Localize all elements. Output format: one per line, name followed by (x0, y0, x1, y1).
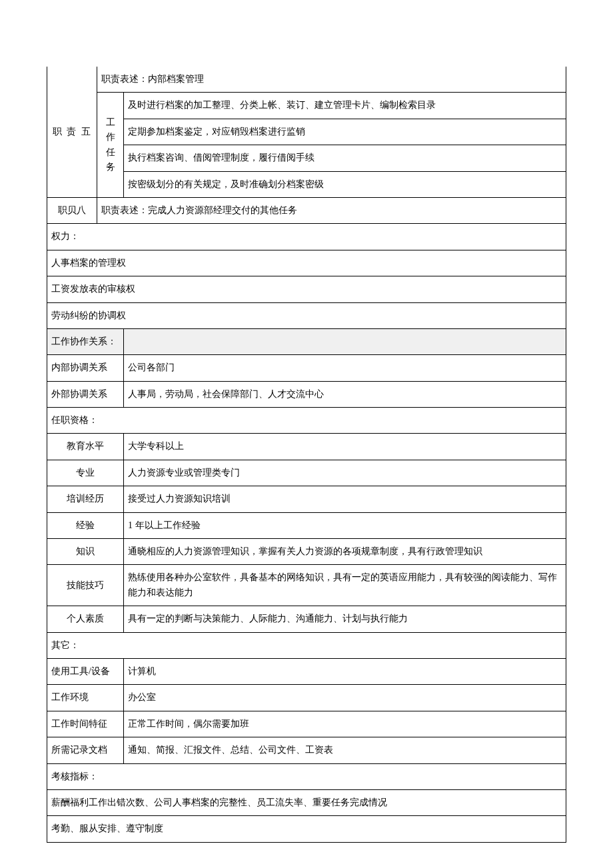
duty5-task-row-2: 执行档案咨询、借阅管理制度，履行借阅手续 (47, 145, 566, 171)
assess-line-row-1: 考勤、服从安排、遵守制度 (47, 816, 566, 842)
qual-row-1: 专业 人力资源专业或管理类专门 (47, 460, 566, 486)
other-k-0: 使用工具/设备 (47, 658, 124, 684)
qual-k-5: 技能技巧 (47, 565, 124, 606)
coop-header: 工作协作关系： (47, 329, 124, 355)
duty5-task-row-3: 按密级划分的有关规定，及时准确划分档案密级 (47, 171, 566, 197)
other-header-row: 其它： (47, 632, 566, 658)
other-k-3: 所需记录文档 (47, 737, 124, 763)
qual-v-1: 人力资源专业或管理类专门 (124, 460, 566, 486)
qual-k-6: 个人素质 (47, 606, 124, 632)
power-header: 权力： (47, 224, 566, 250)
other-row-0: 使用工具/设备 计算机 (47, 658, 566, 684)
other-k-2: 工作时间特征 (47, 711, 124, 737)
power-item-0: 人事档案的管理权 (47, 250, 566, 276)
duty8-label: 职贝八 (47, 197, 97, 223)
qual-row-4: 知识 通晓相应的人力资源管理知识，掌握有关人力资源的各项规章制度，具有行政管理知… (47, 539, 566, 565)
power-item-row-2: 劳动纠纷的协调权 (47, 302, 566, 328)
other-v-0: 计算机 (124, 658, 566, 684)
qual-v-0: 大学专科以上 (124, 434, 566, 460)
coop-external-row: 外部协调关系 人事局，劳动局，社会保障部门、人才交流中心 (47, 381, 566, 407)
duty5-task-1: 定期参加档案鉴定，对应销毁档案进行监销 (124, 119, 566, 145)
coop-table: 工作协作关系： 内部协调关系 公司各部门 外部协调关系 人事局，劳动局，社会保障… (47, 329, 566, 843)
qual-row-3: 经验 1 年以上工作经验 (47, 512, 566, 538)
other-v-3: 通知、简报、汇报文件、总结、公司文件、工资表 (124, 737, 566, 763)
other-v-1: 办公室 (124, 685, 566, 711)
duty5-task-row-0: 工作任务 及时进行档案的加工整理、分类上帐、装订、建立管理卡片、编制检索目录 (47, 93, 566, 119)
duty5-task-3: 按密级划分的有关规定，及时准确划分档案密级 (124, 171, 566, 197)
qual-row-6: 个人素质 具有一定的判断与决策能力、人际能力、沟通能力、计划与执行能力 (47, 606, 566, 632)
duty5-desc-row: 职 责 五 职责表述：内部档案管理 (47, 67, 566, 93)
qual-v-4: 通晓相应的人力资源管理知识，掌握有关人力资源的各项规章制度，具有行政管理知识 (124, 539, 566, 565)
assess-header: 考核指标： (47, 763, 566, 789)
other-v-2: 正常工作时间，偶尔需要加班 (124, 711, 566, 737)
coop-internal-value: 公司各部门 (124, 355, 566, 381)
power-item-row-0: 人事档案的管理权 (47, 250, 566, 276)
duty5-task-0: 及时进行档案的加工整理、分类上帐、装订、建立管理卡片、编制检索目录 (124, 93, 566, 119)
coop-header-row: 工作协作关系： (47, 329, 566, 355)
qual-k-4: 知识 (47, 539, 124, 565)
qual-row-2: 培训经历 接受过人力资源知识培训 (47, 486, 566, 512)
duty5-label: 职 责 五 (47, 67, 97, 197)
coop-internal-row: 内部协调关系 公司各部门 (47, 355, 566, 381)
qual-k-0: 教育水平 (47, 434, 124, 460)
coop-external-label: 外部协调关系 (47, 381, 124, 407)
qual-k-3: 经验 (47, 512, 124, 538)
assess-line-1: 考勤、服从安排、遵守制度 (47, 816, 566, 842)
duty5-desc: 职责表述：内部档案管理 (97, 67, 566, 93)
qual-k-2: 培训经历 (47, 486, 124, 512)
power-header-row: 权力： (47, 224, 566, 250)
power-item-1: 工资发放表的审核权 (47, 276, 566, 302)
assess-header-row: 考核指标： (47, 763, 566, 789)
power-item-row-1: 工资发放表的审核权 (47, 276, 566, 302)
other-row-2: 工作时间特征 正常工作时间，偶尔需要加班 (47, 711, 566, 737)
qual-v-2: 接受过人力资源知识培训 (124, 486, 566, 512)
duty5-task-2: 执行档案咨询、借阅管理制度，履行借阅手续 (124, 145, 566, 171)
duty5-task-row-1: 定期参加档案鉴定，对应销毁档案进行监销 (47, 119, 566, 145)
qual-v-6: 具有一定的判断与决策能力、人际能力、沟通能力、计划与执行能力 (124, 606, 566, 632)
qual-row-5: 技能技巧 熟练使用各种办公室软件，具备基本的网络知识，具有一定的英语应用能力，具… (47, 565, 566, 606)
other-k-1: 工作环境 (47, 685, 124, 711)
other-row-1: 工作环境 办公室 (47, 685, 566, 711)
duty8-row: 职贝八 职责表述：完成人力资源部经理交付的其他任务 (47, 197, 566, 223)
job-spec-table: 职 责 五 职责表述：内部档案管理 工作任务 及时进行档案的加工整理、分类上帐、… (47, 67, 566, 329)
duty5-task-label: 工作任务 (97, 93, 124, 198)
assess-line-row-0: 薪酬福利工作出错次数、公司人事档案的完整性、员工流失率、重要任务完成情况 (47, 789, 566, 815)
coop-external-value: 人事局，劳动局，社会保障部门、人才交流中心 (124, 381, 566, 407)
qual-header-row: 任职资格： (47, 408, 566, 434)
duty8-desc: 职责表述：完成人力资源部经理交付的其他任务 (97, 197, 566, 223)
power-item-2: 劳动纠纷的协调权 (47, 302, 566, 328)
assess-line-0: 薪酬福利工作出错次数、公司人事档案的完整性、员工流失率、重要任务完成情况 (47, 789, 566, 815)
qual-v-5: 熟练使用各种办公室软件，具备基本的网络知识，具有一定的英语应用能力，具有较强的阅… (124, 565, 566, 606)
qual-v-3: 1 年以上工作经验 (124, 512, 566, 538)
coop-header-blank (124, 329, 566, 355)
qual-header: 任职资格： (47, 408, 566, 434)
coop-internal-label: 内部协调关系 (47, 355, 124, 381)
qual-k-1: 专业 (47, 460, 124, 486)
other-header: 其它： (47, 632, 566, 658)
other-row-3: 所需记录文档 通知、简报、汇报文件、总结、公司文件、工资表 (47, 737, 566, 763)
qual-row-0: 教育水平 大学专科以上 (47, 434, 566, 460)
